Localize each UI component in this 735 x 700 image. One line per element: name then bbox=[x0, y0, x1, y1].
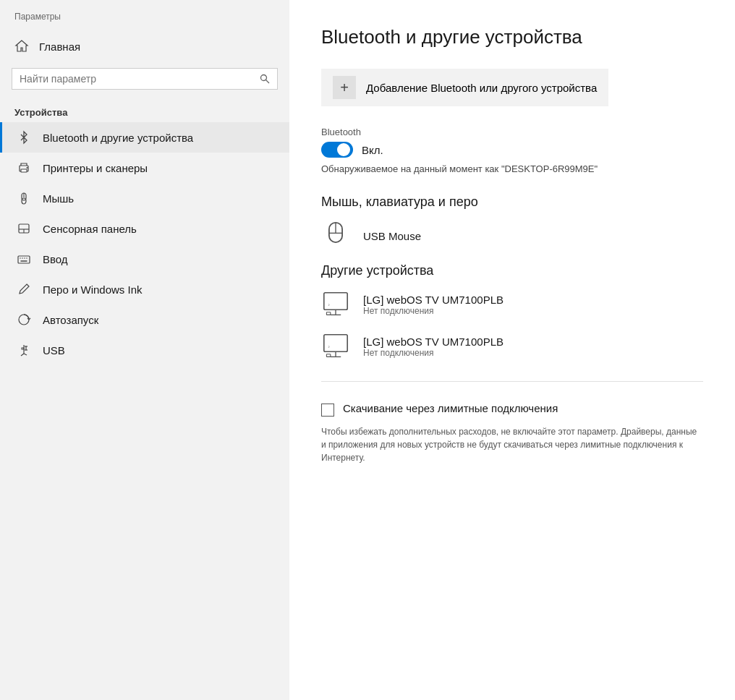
page-title: Bluetooth и другие устройства bbox=[321, 26, 703, 48]
sidebar-item-mouse-label: Мышь bbox=[43, 192, 74, 205]
main-content: Bluetooth и другие устройства + Добавлен… bbox=[289, 0, 735, 700]
sidebar-item-touchpad[interactable]: Сенсорная панель bbox=[0, 213, 289, 244]
sidebar-item-bluetooth-label: Bluetooth и другие устройства bbox=[43, 132, 193, 144]
pen-icon bbox=[17, 282, 33, 296]
sidebar-section-title: Устройства bbox=[0, 101, 289, 122]
bluetooth-section-label: Bluetooth bbox=[321, 127, 703, 137]
search-box[interactable] bbox=[12, 68, 278, 90]
svg-rect-3 bbox=[21, 169, 27, 172]
sidebar-item-input[interactable]: Ввод bbox=[0, 244, 289, 274]
sidebar-item-home[interactable]: Главная bbox=[0, 30, 289, 62]
other-device-1-status: Нет подключения bbox=[363, 348, 504, 358]
mouse-device-icon bbox=[321, 221, 350, 250]
svg-text:♪: ♪ bbox=[328, 344, 330, 349]
bluetooth-icon bbox=[17, 130, 33, 145]
add-device-button[interactable]: + Добавление Bluetooth или другого устро… bbox=[321, 69, 608, 106]
sidebar-item-mouse[interactable]: Мышь bbox=[0, 183, 289, 213]
sidebar-item-printers[interactable]: Принтеры и сканеры bbox=[0, 153, 289, 183]
metered-connections-row: Скачивание через лимитные подключения bbox=[321, 402, 703, 417]
other-device-0: ♪ [LG] webOS TV UM7100PLB Нет подключени… bbox=[321, 290, 703, 319]
sidebar-item-printers-label: Принтеры и сканеры bbox=[43, 162, 148, 174]
svg-rect-34 bbox=[326, 354, 330, 357]
svg-rect-11 bbox=[18, 256, 30, 263]
tv-device-icon-1: ♪ bbox=[321, 332, 350, 361]
svg-rect-29 bbox=[326, 312, 330, 315]
mouse-section-title: Мышь, клавиатура и перо bbox=[321, 195, 703, 210]
other-device-1-name: [LG] webOS TV UM7100PLB bbox=[363, 336, 504, 348]
svg-text:♪: ♪ bbox=[328, 302, 330, 307]
sidebar: Параметры Главная Устройства Bluetooth и… bbox=[0, 0, 289, 700]
svg-rect-26 bbox=[324, 293, 347, 310]
other-device-0-status: Нет подключения bbox=[363, 306, 504, 316]
mouse-icon bbox=[17, 191, 33, 205]
sidebar-item-touchpad-label: Сенсорная панель bbox=[43, 223, 137, 235]
mouse-device-name: USB Mouse bbox=[363, 230, 421, 242]
section-divider bbox=[321, 381, 703, 382]
sidebar-item-input-label: Ввод bbox=[43, 253, 68, 265]
app-title: Параметры bbox=[0, 0, 289, 30]
svg-point-4 bbox=[27, 167, 28, 168]
svg-line-1 bbox=[266, 80, 270, 84]
sidebar-item-bluetooth[interactable]: Bluetooth и другие устройства bbox=[0, 122, 289, 153]
bluetooth-toggle-row: Вкл. bbox=[321, 142, 703, 158]
printer-icon bbox=[17, 161, 33, 175]
add-plus-icon: + bbox=[333, 76, 356, 99]
other-section-title: Другие устройства bbox=[321, 263, 703, 278]
sidebar-item-usb[interactable]: USB bbox=[0, 335, 289, 365]
autoplay-icon bbox=[17, 312, 33, 327]
bluetooth-toggle[interactable] bbox=[321, 142, 353, 158]
sidebar-item-autoplay[interactable]: Автозапуск bbox=[0, 304, 289, 335]
svg-point-0 bbox=[261, 75, 267, 81]
search-icon bbox=[260, 74, 270, 84]
toggle-state-label: Вкл. bbox=[362, 144, 383, 156]
mouse-device-info: USB Mouse bbox=[363, 230, 421, 242]
other-device-0-name: [LG] webOS TV UM7100PLB bbox=[363, 294, 504, 306]
other-device-0-info: [LG] webOS TV UM7100PLB Нет подключения bbox=[363, 294, 504, 316]
svg-point-7 bbox=[22, 198, 26, 204]
other-device-1-info: [LG] webOS TV UM7100PLB Нет подключения bbox=[363, 336, 504, 358]
home-label: Главная bbox=[39, 40, 80, 53]
discoverable-text: Обнаруживаемое на данный момент как "DES… bbox=[321, 163, 703, 174]
svg-rect-31 bbox=[324, 335, 347, 351]
add-device-label: Добавление Bluetooth или другого устройс… bbox=[366, 82, 597, 94]
other-device-1: ♪ [LG] webOS TV UM7100PLB Нет подключени… bbox=[321, 332, 703, 361]
keyboard-icon bbox=[17, 252, 33, 266]
touchpad-icon bbox=[17, 221, 33, 236]
metered-checkbox[interactable] bbox=[321, 404, 334, 417]
metered-label: Скачивание через лимитные подключения bbox=[343, 402, 558, 414]
sidebar-item-pen-label: Перо и Windows Ink bbox=[43, 283, 143, 296]
tv-device-icon-0: ♪ bbox=[321, 290, 350, 319]
metered-desc: Чтобы избежать дополнительных расходов, … bbox=[321, 425, 703, 464]
sidebar-item-autoplay-label: Автозапуск bbox=[43, 314, 98, 326]
svg-rect-19 bbox=[22, 348, 24, 349]
sidebar-item-pen[interactable]: Перо и Windows Ink bbox=[0, 274, 289, 304]
search-input[interactable] bbox=[20, 73, 254, 85]
sidebar-item-usb-label: USB bbox=[43, 344, 65, 357]
usb-icon bbox=[17, 343, 33, 357]
mouse-device-item: USB Mouse bbox=[321, 221, 703, 250]
home-icon bbox=[14, 39, 29, 54]
